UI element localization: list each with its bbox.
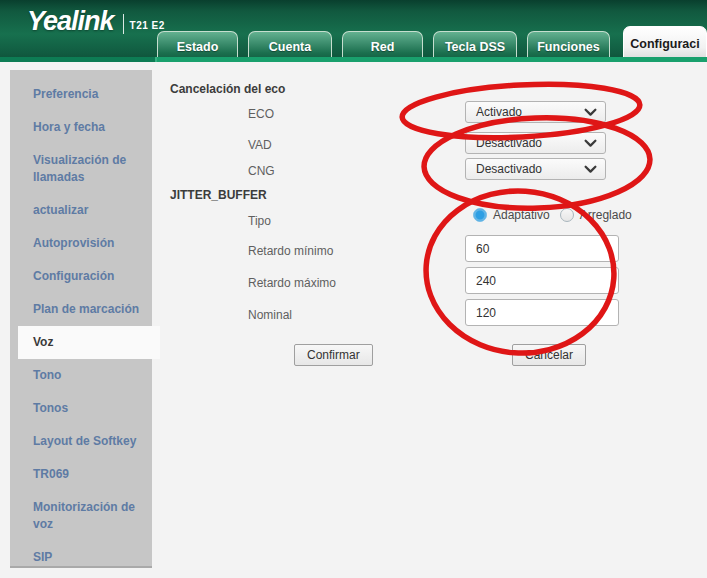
sidebar-item-sip[interactable]: SIP (10, 541, 152, 574)
vad-select-value: Desactivado (476, 136, 584, 150)
sidebar-item-layout-de-softkey[interactable]: Layout de Softkey (10, 425, 152, 458)
nominal-label: Nominal (248, 308, 292, 322)
nominal-input[interactable] (465, 299, 619, 326)
eco-label: ECO (248, 107, 274, 121)
retardo-maximo-input[interactable] (465, 267, 619, 294)
cancel-button[interactable]: Cancelar (512, 344, 586, 366)
confirm-button[interactable]: Confirmar (294, 344, 373, 366)
sidebar-item-visualizacion-de-llamadas[interactable]: Visualización de llamadas (10, 144, 152, 194)
sidebar-item-preferencia[interactable]: Preferencia (10, 78, 152, 111)
cng-select-value: Desactivado (476, 162, 584, 176)
section-title-cancelacion-eco: Cancelación del eco (170, 82, 285, 96)
yealink-logo: Yealink (27, 6, 114, 37)
vad-select[interactable]: Desactivado (465, 132, 606, 154)
jitter-type-radio-group: Adaptativo Arreglado (473, 208, 642, 222)
model-label: T21 E2 (130, 20, 165, 31)
radio-arreglado[interactable] (560, 208, 574, 222)
brand-area: Yealink T21 E2 (27, 6, 165, 37)
chevron-down-icon (584, 165, 597, 174)
cng-select[interactable]: Desactivado (465, 158, 606, 180)
sidebar-item-tono[interactable]: Tono (10, 359, 152, 392)
tipo-label: Tipo (248, 214, 271, 228)
sidebar-item-autoprovision[interactable]: Autoprovisión (10, 227, 152, 260)
sidebar-item-hora-y-fecha[interactable]: Hora y fecha (10, 111, 152, 144)
sidebar-item-actualizar[interactable]: actualizar (10, 194, 152, 227)
radio-adaptativo-label: Adaptativo (493, 208, 550, 222)
retardo-minimo-label: Retardo mínimo (248, 244, 333, 258)
sidebar-item-tonos[interactable]: Tonos (10, 392, 152, 425)
sidebar-item-voz[interactable]: Voz (18, 326, 160, 359)
header: Yealink T21 E2 Estado Cuenta Red Tecla D… (0, 0, 707, 62)
eco-select-value: Activado (476, 105, 584, 119)
header-accent-strip (0, 57, 707, 62)
sidebar-item-monitorizacion-de-voz[interactable]: Monitorización de voz (10, 491, 152, 541)
sidebar-menu: Preferencia Hora y fecha Visualización d… (10, 70, 152, 574)
sidebar-item-tr069[interactable]: TR069 (10, 458, 152, 491)
chevron-down-icon (584, 139, 597, 148)
yealink-web-ui: Yealink T21 E2 Estado Cuenta Red Tecla D… (0, 0, 707, 578)
sidebar: Preferencia Hora y fecha Visualización d… (10, 70, 152, 568)
cng-label: CNG (248, 164, 275, 178)
eco-select[interactable]: Activado (465, 101, 606, 123)
retardo-minimo-input[interactable] (465, 235, 619, 262)
retardo-maximo-label: Retardo máximo (248, 276, 336, 290)
sidebar-item-plan-de-marcacion[interactable]: Plan de marcación (10, 293, 152, 326)
chevron-down-icon (584, 108, 597, 117)
vad-label: VAD (248, 138, 272, 152)
section-title-jitter-buffer: JITTER_BUFFER (170, 188, 267, 202)
sidebar-item-configuracion[interactable]: Configuración (10, 260, 152, 293)
radio-adaptativo[interactable] (473, 208, 487, 222)
radio-arreglado-label: Arreglado (580, 208, 632, 222)
logo-divider (123, 14, 124, 34)
